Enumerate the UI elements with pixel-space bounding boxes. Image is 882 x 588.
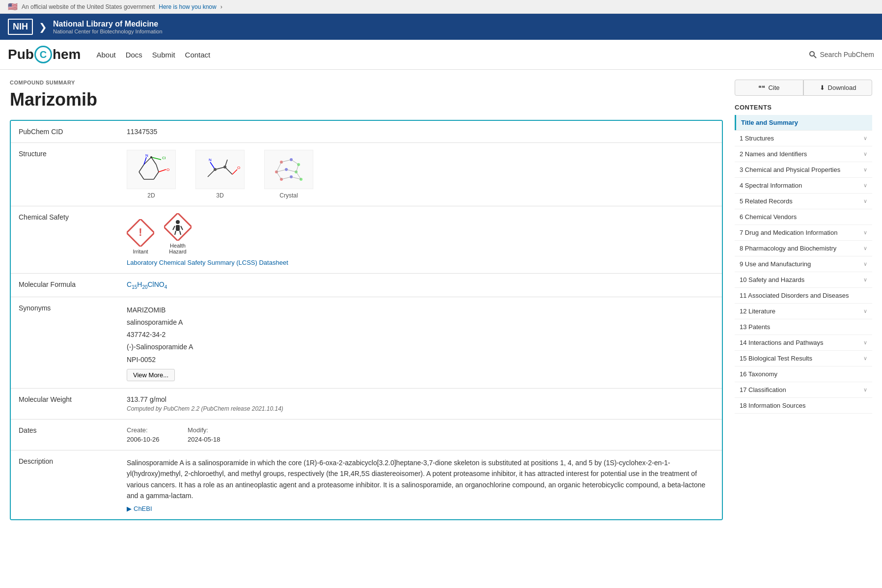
cid-label: PubChem CID: [11, 121, 119, 142]
svg-point-48: [176, 220, 180, 224]
contents-item-chemical-physical[interactable]: 3 Chemical and Physical Properties∨: [735, 162, 872, 178]
lcss-link[interactable]: Laboratory Chemical Safety Summary (LCSS…: [127, 259, 288, 266]
compound-label: COMPOUND SUMMARY: [10, 80, 723, 85]
contents-item-structures[interactable]: 1 Structures∨: [735, 131, 872, 146]
contents-link-label: 7 Drug and Medication Information: [740, 229, 837, 236]
svg-text:!: !: [138, 226, 142, 238]
nav-contact[interactable]: Contact: [185, 51, 211, 59]
contents-link-drug-medication[interactable]: 7 Drug and Medication Information∨: [735, 225, 872, 240]
contents-link-chemical-vendors[interactable]: 6 Chemical Vendors: [735, 209, 872, 224]
contents-link-chemical-physical[interactable]: 3 Chemical and Physical Properties∨: [735, 162, 872, 177]
contents-item-classification[interactable]: 17 Classification∨: [735, 382, 872, 398]
contents-item-drug-medication[interactable]: 7 Drug and Medication Information∨: [735, 225, 872, 241]
contents-item-taxonomy[interactable]: 16 Taxonomy: [735, 366, 872, 382]
structure-3d[interactable]: N O 3D: [195, 150, 245, 199]
contents-item-use-manufacturing[interactable]: 9 Use and Manufacturing∨: [735, 256, 872, 272]
nav-docs[interactable]: Docs: [126, 51, 142, 59]
contents-link-interactions-pathways[interactable]: 14 Interactions and Pathways∨: [735, 335, 872, 350]
contents-link-taxonomy[interactable]: 16 Taxonomy: [735, 366, 872, 382]
contents-link-title-summary[interactable]: Title and Summary: [735, 115, 872, 130]
contents-link-safety-hazards[interactable]: 10 Safety and Hazards∨: [735, 272, 872, 287]
chevron-down-icon: ∨: [863, 182, 867, 189]
contents-item-spectral[interactable]: 4 Spectral Information∨: [735, 178, 872, 194]
svg-line-17: [215, 167, 225, 169]
content-area: COMPOUND SUMMARY Marizomib PubChem CID 1…: [10, 80, 723, 520]
quote-icon: ❝❝: [758, 84, 765, 91]
main-container: COMPOUND SUMMARY Marizomib PubChem CID 1…: [0, 70, 882, 530]
structure-3d-label: 3D: [216, 192, 223, 199]
contents-item-literature[interactable]: 12 Literature∨: [735, 304, 872, 319]
irritant-item: ! Irritant: [127, 219, 154, 254]
chevron-down-icon: ∨: [863, 198, 867, 204]
modify-date: 2024-05-18: [188, 436, 247, 443]
contents-item-pharmacology[interactable]: 8 Pharmacology and Biochemistry∨: [735, 241, 872, 256]
contents-link-literature[interactable]: 12 Literature∨: [735, 304, 872, 319]
nav-about[interactable]: About: [96, 51, 115, 59]
contents-link-label: 12 Literature: [740, 308, 775, 315]
cite-button[interactable]: ❝❝ Cite: [735, 80, 803, 96]
synonym-item: 437742-34-2: [127, 329, 714, 341]
contents-link-classification[interactable]: 17 Classification∨: [735, 382, 872, 397]
view-more-button[interactable]: View More...: [127, 369, 175, 381]
health-diamond-svg: [164, 213, 192, 241]
dates-grid: Create: Modify: 2006-10-26 2024-05-18: [127, 426, 714, 443]
contents-item-patents[interactable]: 13 Patents: [735, 319, 872, 335]
structure-value: Cl N O 2D: [119, 143, 722, 206]
svg-text:N: N: [145, 153, 148, 158]
download-label: Download: [828, 84, 856, 91]
contents-link-pharmacology[interactable]: 8 Pharmacology and Biochemistry∨: [735, 241, 872, 256]
contents-link-use-manufacturing[interactable]: 9 Use and Manufacturing∨: [735, 256, 872, 272]
create-label: Create:: [127, 426, 186, 434]
description-text: Salinosporamide A is a salinosporamide i…: [127, 457, 714, 502]
contents-item-safety-hazards[interactable]: 10 Safety and Hazards∨: [735, 272, 872, 288]
contents-link-biological-test[interactable]: 15 Biological Test Results∨: [735, 351, 872, 366]
data-table: PubChem CID 11347535 Structure: [10, 120, 723, 520]
contents-link-label: 16 Taxonomy: [740, 370, 777, 378]
nih-header: NIH ❯ National Library of Medicine Natio…: [0, 14, 882, 40]
contents-link-label: 13 Patents: [740, 323, 770, 331]
svg-line-4: [139, 172, 144, 179]
contents-link-structures[interactable]: 1 Structures∨: [735, 131, 872, 146]
svg-text:O: O: [166, 168, 169, 172]
contents-link-spectral[interactable]: 4 Spectral Information∨: [735, 178, 872, 193]
nav-submit[interactable]: Submit: [152, 51, 175, 59]
gov-link[interactable]: Here is how you know: [159, 3, 216, 10]
table-row: Molecular Weight 313.77 g/mol Computed b…: [11, 389, 722, 420]
chevron-down-icon: ∨: [863, 339, 867, 346]
contents-item-biological-test[interactable]: 15 Biological Test Results∨: [735, 351, 872, 366]
contents-item-title-summary[interactable]: Title and Summary: [735, 115, 872, 131]
contents-item-interactions-pathways[interactable]: 14 Interactions and Pathways∨: [735, 335, 872, 351]
contents-link-disorders-diseases[interactable]: 11 Associated Disorders and Diseases: [735, 288, 872, 303]
formula-label: Molecular Formula: [11, 274, 119, 297]
contents-link-related-records[interactable]: 5 Related Records∨: [735, 194, 872, 209]
contents-link-names-identifiers[interactable]: 2 Names and Identifiers∨: [735, 146, 872, 162]
contents-item-information-sources[interactable]: 18 Information Sources: [735, 398, 872, 414]
chebi-link[interactable]: ▶ ChEBI: [127, 505, 152, 512]
structure-2d[interactable]: Cl N O 2D: [127, 150, 176, 199]
nav-search[interactable]: Search PubChem: [809, 51, 874, 58]
mol-3d-svg: N O: [198, 152, 242, 187]
contents-list: Title and Summary1 Structures∨2 Names an…: [735, 115, 872, 414]
contents-item-disorders-diseases[interactable]: 11 Associated Disorders and Diseases: [735, 288, 872, 304]
download-button[interactable]: ⬇ Download: [803, 80, 872, 96]
synonym-item: NPI-0052: [127, 354, 714, 366]
chevron-down-icon: ∨: [863, 229, 867, 236]
nih-chevron: ❯: [39, 21, 47, 33]
contents-link-patents[interactable]: 13 Patents: [735, 319, 872, 335]
contents-item-names-identifiers[interactable]: 2 Names and Identifiers∨: [735, 146, 872, 162]
contents-link-label: 2 Names and Identifiers: [740, 150, 807, 158]
pubchem-logo-link[interactable]: PubChem: [8, 40, 81, 69]
logo-pub: Pub: [8, 47, 34, 62]
contents-item-chemical-vendors[interactable]: 6 Chemical Vendors: [735, 209, 872, 225]
mol-formula-link[interactable]: C15H20ClNO4: [127, 280, 167, 288]
contents-item-related-records[interactable]: 5 Related Records∨: [735, 194, 872, 209]
contents-link-information-sources[interactable]: 18 Information Sources: [735, 398, 872, 413]
structure-crystal[interactable]: Crystal: [264, 150, 313, 199]
compound-name: Marizomib: [10, 89, 723, 110]
health-hazard-item: HealthHazard: [164, 213, 192, 254]
cid-value: 11347535: [119, 121, 722, 142]
structure-2d-label: 2D: [147, 192, 155, 199]
nih-org-name: National Library of Medicine: [53, 20, 163, 28]
synonyms-label: Synonyms: [11, 297, 119, 388]
cite-label: Cite: [768, 84, 779, 91]
